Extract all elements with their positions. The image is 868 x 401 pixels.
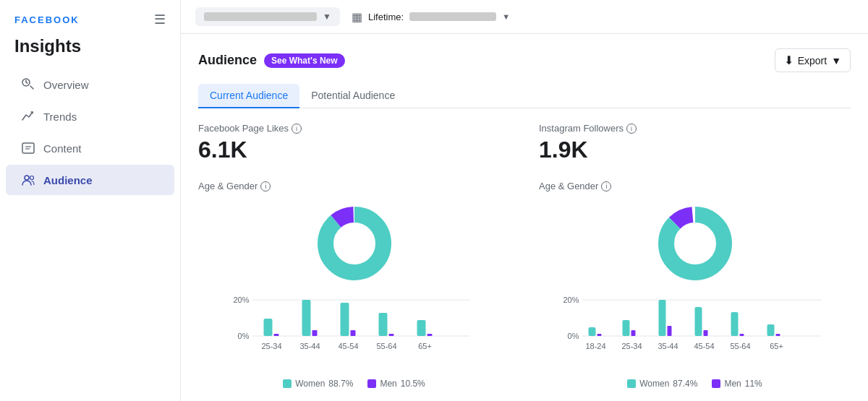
see-whats-new-badge[interactable]: See What's New <box>264 53 345 68</box>
sidebar-item-overview[interactable]: Overview <box>6 69 174 100</box>
content-label: Content <box>43 142 82 155</box>
svg-text:45-54: 45-54 <box>694 342 714 350</box>
ig-chart-section: Age & Gender i <box>539 181 851 389</box>
tab-potential-audience[interactable]: Potential Audience <box>299 84 407 108</box>
sidebar-item-trends[interactable]: Trends <box>6 101 174 131</box>
fb-women-pct: 88.7% <box>328 379 353 389</box>
ig-men-pct: 11% <box>745 379 762 389</box>
calendar-icon: ▦ <box>352 10 362 24</box>
sidebar-item-content[interactable]: Content <box>6 133 174 163</box>
fb-bar-chart: 20% 0% <box>198 293 510 374</box>
svg-rect-18 <box>351 330 356 336</box>
ig-metric: Instagram Followers i 1.9K <box>539 123 851 163</box>
ig-men-dot <box>712 379 720 388</box>
tab-current-audience[interactable]: Current Audience <box>198 84 299 108</box>
fb-men-label: Men <box>380 379 396 389</box>
svg-rect-37 <box>623 320 630 336</box>
svg-point-30 <box>675 223 715 264</box>
svg-text:20%: 20% <box>233 296 249 304</box>
page-selector[interactable]: ▼ <box>195 7 340 26</box>
trends-icon <box>20 108 36 124</box>
svg-text:0%: 0% <box>568 332 579 340</box>
svg-rect-1 <box>22 143 34 153</box>
ig-metric-info-icon[interactable]: i <box>626 124 637 134</box>
ig-bar-chart: 20% 0% <box>539 293 851 374</box>
hamburger-icon[interactable]: ☰ <box>154 12 166 27</box>
svg-text:65+: 65+ <box>770 342 783 350</box>
svg-rect-45 <box>767 324 775 336</box>
svg-text:55-64: 55-64 <box>376 342 396 350</box>
svg-rect-38 <box>631 330 636 336</box>
audience-title: Audience <box>198 53 257 68</box>
ig-legend-men: Men 11% <box>712 379 762 389</box>
svg-rect-22 <box>427 334 433 336</box>
fb-chart-container: 20% 0% <box>198 200 510 389</box>
svg-point-8 <box>334 223 375 264</box>
fb-chart-info-icon[interactable]: i <box>260 181 271 191</box>
lifetime-label: Lifetime: <box>368 12 404 22</box>
ig-metric-value: 1.9K <box>539 137 851 163</box>
page-selector-placeholder <box>204 12 317 21</box>
content-area: Audience See What's New ⬇ Export ▼ Curre… <box>181 34 868 401</box>
svg-rect-42 <box>704 330 708 336</box>
fb-legend-men: Men 10.5% <box>367 379 425 389</box>
svg-point-5 <box>30 176 34 180</box>
svg-text:25-34: 25-34 <box>261 342 281 350</box>
audience-tabs: Current Audience Potential Audience <box>198 84 851 108</box>
main-content: ▼ ▦ Lifetime: ▼ Audience See What's New … <box>181 0 868 401</box>
export-icon: ⬇ <box>784 53 793 67</box>
audience-icon <box>20 172 36 188</box>
svg-rect-15 <box>302 300 311 336</box>
svg-rect-16 <box>312 330 318 336</box>
svg-text:65+: 65+ <box>418 342 432 350</box>
svg-rect-36 <box>597 334 602 336</box>
lifetime-caret-icon: ▼ <box>502 12 510 21</box>
fb-men-pct: 10.5% <box>401 379 425 389</box>
facebook-logo: FACEBOOK <box>14 14 80 25</box>
ig-legend: Women 87.4% Men 11% <box>627 379 762 389</box>
fb-metric-value: 6.1K <box>198 137 510 163</box>
fb-metric: Facebook Page Likes i 6.1K <box>198 123 510 163</box>
content-icon <box>20 140 36 156</box>
ig-women-pct: 87.4% <box>673 379 697 389</box>
audience-title-row: Audience See What's New <box>198 53 345 68</box>
ig-women-label: Women <box>639 379 669 389</box>
svg-rect-40 <box>668 326 672 336</box>
svg-text:35-44: 35-44 <box>658 342 678 350</box>
svg-rect-20 <box>389 334 394 336</box>
svg-rect-21 <box>417 320 426 336</box>
svg-text:18-24: 18-24 <box>585 342 605 350</box>
svg-rect-35 <box>589 327 596 336</box>
lifetime-placeholder <box>409 12 496 21</box>
svg-text:55-64: 55-64 <box>730 342 750 350</box>
svg-rect-46 <box>776 334 780 336</box>
svg-text:45-54: 45-54 <box>338 342 358 350</box>
fb-metric-label: Facebook Page Likes i <box>198 123 510 134</box>
svg-point-4 <box>25 176 29 180</box>
svg-text:35-44: 35-44 <box>299 342 320 350</box>
svg-rect-17 <box>341 303 349 336</box>
top-bar-right: ▦ Lifetime: ▼ <box>352 10 510 24</box>
fb-chart-section: Age & Gender i <box>198 181 510 389</box>
sidebar-item-audience[interactable]: Audience <box>6 165 174 195</box>
fb-women-label: Women <box>295 379 325 389</box>
audience-label: Audience <box>43 174 93 186</box>
svg-rect-13 <box>264 319 273 336</box>
ig-donut-chart <box>652 200 739 287</box>
export-button[interactable]: ⬇ Export ▼ <box>775 48 851 72</box>
fb-legend: Women 88.7% Men 10.5% <box>283 379 425 389</box>
ig-chart-info-icon[interactable]: i <box>601 181 611 191</box>
svg-text:20%: 20% <box>563 296 579 304</box>
metrics-row: Facebook Page Likes i 6.1K Instagram Fol… <box>198 123 851 163</box>
trends-label: Trends <box>43 111 77 123</box>
fb-metric-info-icon[interactable]: i <box>292 124 302 134</box>
charts-row: Age & Gender i <box>198 181 851 389</box>
page-title: Insights <box>0 33 180 68</box>
svg-rect-44 <box>740 334 744 336</box>
audience-header: Audience See What's New ⬇ Export ▼ <box>198 48 851 72</box>
overview-label: Overview <box>43 79 89 91</box>
sidebar: FACEBOOK ☰ Insights Overview Trends <box>0 0 181 401</box>
ig-women-dot <box>627 379 636 388</box>
fb-women-dot <box>283 379 292 388</box>
overview-icon <box>20 77 36 92</box>
